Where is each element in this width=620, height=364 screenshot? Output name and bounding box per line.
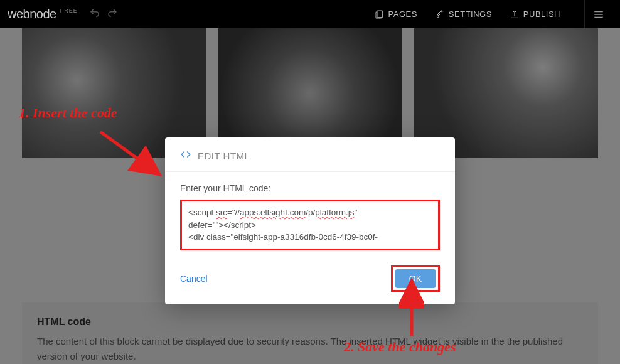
menu-button[interactable] [584, 0, 612, 28]
settings-label: SETTINGS [449, 9, 492, 19]
brand-logo: webnode [8, 7, 56, 21]
svg-point-1 [437, 16, 439, 18]
ok-highlight: OK [391, 265, 440, 292]
modal-title: EDIT HTML [198, 151, 250, 161]
modal-header: EDIT HTML [165, 137, 455, 172]
page-canvas: HTML code The content of this block cann… [0, 28, 620, 364]
pages-label: PAGES [388, 9, 417, 19]
free-badge: FREE [60, 8, 78, 14]
ok-button[interactable]: OK [395, 269, 436, 288]
redo-icon[interactable] [107, 8, 118, 21]
modal-footer: Cancel OK [165, 259, 455, 304]
top-bar: webnode FREE PAGES SETTINGS PUBLISH [0, 0, 620, 28]
input-label: Enter your HTML code: [180, 183, 440, 193]
history-controls [89, 8, 118, 21]
html-code-input[interactable]: <script src="//apps.elfsight.com/p/platf… [180, 200, 440, 250]
cancel-button[interactable]: Cancel [180, 274, 208, 284]
modal-body: Enter your HTML code: <script src="//app… [165, 172, 455, 259]
edit-html-modal: EDIT HTML Enter your HTML code: <script … [165, 137, 455, 304]
settings-button[interactable]: SETTINGS [435, 9, 492, 19]
pages-button[interactable]: PAGES [375, 9, 417, 19]
topbar-actions: PAGES SETTINGS PUBLISH [375, 0, 613, 28]
undo-icon[interactable] [89, 8, 100, 21]
publish-button[interactable]: PUBLISH [510, 9, 560, 19]
code-icon [180, 149, 191, 163]
svg-rect-0 [377, 11, 383, 18]
publish-label: PUBLISH [523, 9, 560, 19]
